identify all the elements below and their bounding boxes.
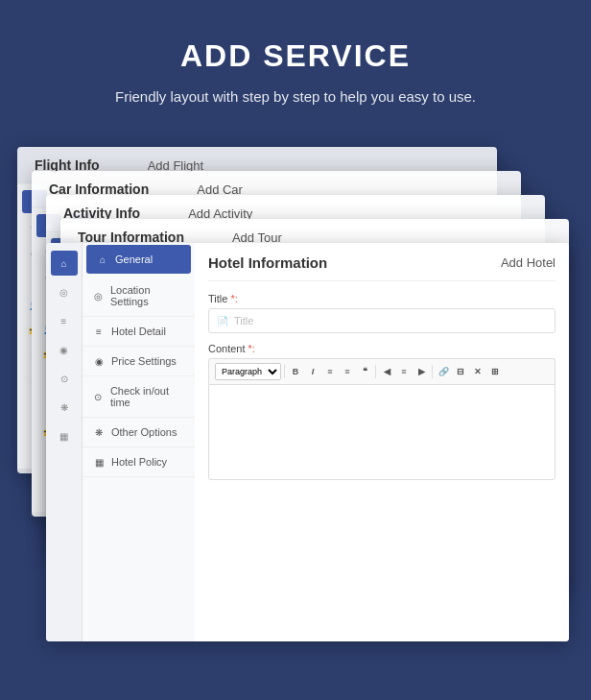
hotel-icon-home[interactable]: ⌂ — [51, 251, 78, 276]
page-title: ADD SERVICE — [115, 38, 476, 74]
checkin-icon: ⊙ — [92, 392, 105, 402]
hotel-icon-bar: ⌂ ◎ ≡ ◉ ⊙ ❋ ▦ — [46, 243, 83, 641]
hotel-content-header: Hotel Information Add Hotel — [208, 254, 556, 281]
hotel-icon-location[interactable]: ◎ — [51, 279, 78, 304]
hotel-menu-policy[interactable]: ▦ Hotel Policy — [83, 447, 195, 477]
general-label: General — [115, 253, 153, 265]
link-button[interactable]: 🔗 — [436, 364, 451, 379]
hotel-icon-policy[interactable]: ▦ — [51, 423, 78, 448]
price-icon: ◉ — [92, 356, 106, 367]
hotel-menu: ⌂ General ◎ Location Settings ≡ Hotel De… — [83, 243, 195, 641]
hotel-menu-checkin[interactable]: ⊙ Check in/out time — [83, 376, 195, 418]
price-label: Price Settings — [111, 355, 177, 367]
general-icon: ⌂ — [96, 254, 109, 265]
italic-button[interactable]: I — [305, 364, 320, 379]
other-label: Other Options — [111, 426, 177, 438]
title-input-icon: 📄 — [217, 316, 228, 326]
hotel-icon-detail[interactable]: ≡ — [51, 308, 78, 333]
policy-label: Hotel Policy — [111, 456, 167, 468]
hotel-menu-price[interactable]: ◉ Price Settings — [83, 347, 195, 376]
hotel-icon-price[interactable]: ◉ — [51, 337, 78, 362]
hotel-left-panel: ⌂ ◎ ≡ ◉ ⊙ ❋ ▦ ⌂ General ◎ Location Setti… — [46, 243, 195, 641]
title-placeholder: Title — [234, 315, 253, 326]
ol-button[interactable]: ≡ — [322, 364, 338, 379]
other-icon: ❋ — [92, 427, 106, 438]
hotel-page-title: Hotel Information — [208, 254, 327, 271]
title-input[interactable]: 📄 Title — [208, 308, 556, 333]
hotel-menu-other[interactable]: ❋ Other Options — [83, 418, 195, 447]
card-hotel: ⌂ ◎ ≡ ◉ ⊙ ❋ ▦ ⌂ General ◎ Location Setti… — [46, 243, 569, 641]
page-subtitle: Friendly layout with step by step to hel… — [115, 85, 476, 109]
hotel-add-button[interactable]: Add Hotel — [501, 255, 556, 270]
checkin-label: Check in/out time — [110, 385, 185, 408]
content-required: *: — [248, 343, 255, 354]
blockquote-button[interactable]: ❝ — [357, 364, 372, 379]
bold-button[interactable]: B — [288, 364, 303, 379]
content-field-label: Content *: — [208, 343, 556, 354]
location-label: Location Settings — [110, 284, 185, 307]
hotel-main-content: Hotel Information Add Hotel Title *: 📄 T… — [195, 243, 569, 641]
align-right-button[interactable]: ▶ — [414, 364, 429, 379]
toolbar-divider-2 — [375, 365, 376, 378]
align-center-button[interactable]: ≡ — [396, 364, 412, 379]
hotel-menu-general[interactable]: ⌂ General — [86, 245, 191, 274]
location-icon: ◎ — [92, 291, 105, 302]
align-left-button[interactable]: ◀ — [379, 364, 394, 379]
editor-toolbar: Paragraph B I ≡ ≡ ❝ ◀ ≡ ▶ 🔗 ⊟ ✕ ⊞ — [208, 358, 556, 384]
source-button[interactable]: ⊞ — [487, 364, 503, 379]
remove-button[interactable]: ✕ — [470, 364, 485, 379]
detail-icon: ≡ — [92, 326, 106, 337]
image-button[interactable]: ⊟ — [453, 364, 468, 379]
detail-label: Hotel Detail — [111, 326, 166, 337]
ul-button[interactable]: ≡ — [340, 364, 355, 379]
title-field-label: Title *: — [208, 293, 556, 304]
editor-body[interactable] — [208, 384, 556, 480]
toolbar-divider-1 — [284, 365, 285, 378]
page-header: ADD SERVICE Friendly layout with step by… — [96, 0, 495, 137]
hotel-menu-detail[interactable]: ≡ Hotel Detail — [83, 317, 195, 347]
cards-stack: Flight Info Add Flight ⌂ ✈ ◎ ≡ 👤 💳 ⊙ ⊗ C… — [17, 147, 574, 608]
title-required: *: — [230, 293, 237, 304]
hotel-menu-location[interactable]: ◎ Location Settings — [83, 276, 195, 317]
toolbar-divider-3 — [432, 365, 433, 378]
hotel-icon-time[interactable]: ⊙ — [51, 366, 78, 391]
paragraph-dropdown[interactable]: Paragraph — [215, 363, 281, 380]
policy-icon: ▦ — [92, 457, 106, 468]
hotel-icon-options[interactable]: ❋ — [51, 395, 78, 420]
